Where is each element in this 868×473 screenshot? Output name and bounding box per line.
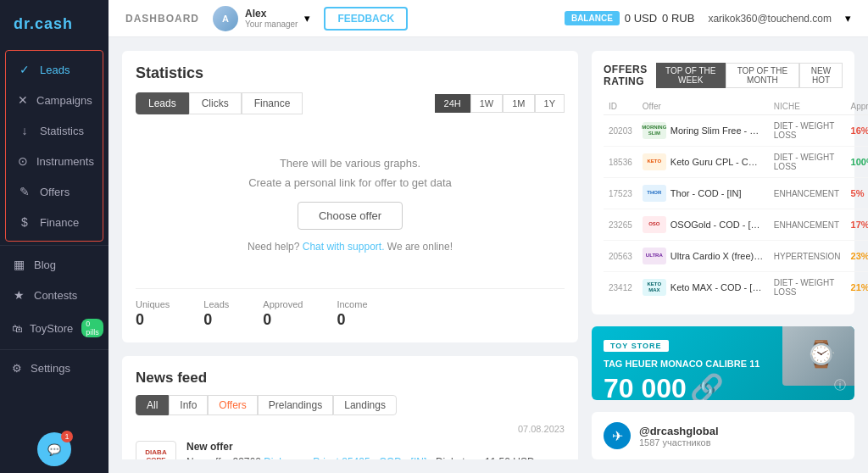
statistics-tabs: Leads Clicks Finance 24H 1W 1M 1Y: [136, 92, 565, 114]
statistics-title: Statistics: [136, 64, 565, 82]
sidebar-item-instruments[interactable]: ⊙ Instruments: [6, 146, 103, 176]
main-area: DASHBOARD A Alex Your manager ▾ FEEDBACK…: [108, 0, 868, 473]
offer-logo: OSO: [643, 216, 666, 233]
metric-leads: Leads 0: [203, 299, 229, 329]
offer-name: OSOGold - COD - [DZ]: [670, 220, 764, 230]
manager-info[interactable]: A Alex Your manager ▾: [213, 6, 310, 31]
info-icon[interactable]: ⓘ: [834, 378, 846, 393]
table-row[interactable]: 23412 KETO MAX Keto MAX - COD - [TR] DIE…: [604, 272, 868, 303]
balance-usd: 0 USD: [625, 12, 657, 25]
offer-niche: ENHANCEMENT: [769, 178, 846, 209]
offer-id: 20563: [604, 241, 637, 272]
telegram-handle: @drcashglobal: [639, 425, 719, 437]
sidebar-item-label: Contests: [34, 289, 77, 302]
offers-table: ID Offer NICHE Approve Payout 20203 MORN…: [604, 98, 868, 303]
tab-leads[interactable]: Leads: [136, 92, 189, 114]
stats-metrics: Uniques 0 Leads 0 Approved 0 Income 0: [136, 288, 565, 329]
col-niche: NICHE: [769, 98, 846, 115]
col-id: ID: [604, 98, 637, 115]
time-tab-1m[interactable]: 1M: [503, 94, 534, 113]
sidebar-item-contests[interactable]: ★ Contests: [0, 280, 108, 310]
contests-icon: ★: [12, 288, 25, 302]
news-tab-info[interactable]: Info: [169, 395, 208, 415]
offer-niche: DIET - WEIGHT LOSS: [769, 272, 846, 303]
offers-rating-card: OFFERS RATING TOP OF THE WEEK TOP OF THE…: [592, 51, 854, 314]
watch-icon: ⌚: [805, 339, 837, 369]
toystore-icon: 🛍: [12, 322, 23, 335]
offer-approve: 17%: [846, 209, 868, 241]
manager-subtitle: Your manager: [245, 19, 298, 29]
tab-finance[interactable]: Finance: [242, 92, 303, 114]
offer-approve: 5%: [846, 178, 868, 209]
offer-logo: MORNING SLIM: [643, 122, 666, 139]
balance-rub: 0 RUB: [662, 12, 694, 25]
sidebar: dr.cash ✓ Leads ✕ Campaigns ↓ Statistics…: [0, 0, 108, 473]
table-row[interactable]: 20203 MORNING SLIM Moring Slim Free - CO…: [604, 115, 868, 147]
filter-tab-week[interactable]: TOP OF THE WEEK: [656, 63, 726, 88]
offer-approve: 16%: [846, 115, 868, 147]
telegram-card[interactable]: ✈ @drcashglobal 1587 участников: [592, 412, 854, 459]
table-row[interactable]: 20563 ULTRA Ultra Cardio X (free) - COD …: [604, 241, 868, 272]
sidebar-item-label: Leads: [40, 64, 70, 76]
offer-id: 20203: [604, 115, 637, 147]
filter-tab-new-hot[interactable]: NEW HOT: [799, 63, 843, 88]
offer-name: Moring Slim Free - COD - [PL]: [670, 125, 764, 136]
toystore-label: ToyStore: [30, 322, 73, 335]
toystore-banner[interactable]: ⌚ TOY STORE TAG HEUER MONACO CALIBRE 11 …: [592, 326, 854, 400]
sidebar-item-offers[interactable]: ✎ Offers: [6, 176, 103, 207]
chat-notification-badge: 1: [61, 431, 73, 442]
sidebar-item-statistics[interactable]: ↓ Statistics: [6, 115, 103, 146]
chat-support-link[interactable]: Chat with support.: [303, 241, 385, 253]
account-chevron-icon[interactable]: ▾: [845, 12, 851, 25]
offer-info: OSO OSOGold - COD - [DZ]: [637, 209, 769, 241]
sidebar-item-finance[interactable]: $ Finance: [6, 207, 103, 237]
offer-logo: KETO: [643, 153, 666, 170]
sidebar-item-campaigns[interactable]: ✕ Campaigns: [6, 85, 103, 115]
time-tab-1y[interactable]: 1Y: [535, 94, 565, 113]
balance-section: BALANCE 0 USD 0 RUB: [565, 11, 694, 25]
news-logo-diabacore: DIABACORE: [136, 441, 176, 459]
offer-approve: 23%: [846, 241, 868, 272]
topbar: DASHBOARD A Alex Your manager ▾ FEEDBACK…: [108, 0, 868, 37]
feedback-button[interactable]: FEEDBACK: [324, 7, 408, 31]
news-tabs: All Info Offers Prelandings Landings: [136, 395, 565, 415]
news-tab-prelandings[interactable]: Prelandings: [258, 395, 333, 415]
sidebar-item-label: Finance: [40, 216, 79, 229]
choose-offer-button[interactable]: Choose offer: [298, 202, 403, 230]
table-row[interactable]: 23265 OSO OSOGold - COD - [DZ] ENHANCEME…: [604, 209, 868, 241]
list-item: DIABACORE New offer New offer 23760 Diab…: [136, 441, 565, 459]
offer-name: Keto Guru CPL - COD - [IN]: [670, 157, 764, 167]
news-tab-landings[interactable]: Landings: [333, 395, 397, 415]
chat-button[interactable]: 💬 1: [37, 432, 71, 466]
offer-info: MORNING SLIM Moring Slim Free - COD - [P…: [637, 115, 769, 147]
sidebar-item-leads[interactable]: ✓ Leads: [6, 54, 103, 85]
manager-details: Alex Your manager: [245, 8, 298, 29]
sidebar-divider: [0, 245, 108, 246]
news-item-title: New offer: [186, 441, 565, 453]
filter-tab-month[interactable]: TOP OF THE MONTH: [726, 63, 799, 88]
time-tab-1w[interactable]: 1W: [470, 94, 504, 113]
content-area: Statistics Leads Clicks Finance 24H 1W 1…: [108, 37, 868, 473]
news-tab-all[interactable]: All: [136, 395, 169, 415]
offer-approve: 21%: [846, 272, 868, 303]
news-items: DIABACORE New offer New offer 23760 Diab…: [136, 441, 565, 459]
offers-rating-header: OFFERS RATING TOP OF THE WEEK TOP OF THE…: [604, 63, 843, 88]
sidebar-item-label: Instruments: [36, 155, 94, 168]
offer-niche: DIET - WEIGHT LOSS: [769, 115, 846, 147]
time-filter-tabs: 24H 1W 1M 1Y: [435, 94, 565, 113]
news-offer-link[interactable]: Diabacore Privat 85425 - COD - [IN]: [264, 456, 426, 459]
offers-filter-tabs: TOP OF THE WEEK TOP OF THE MONTH NEW HOT: [656, 63, 843, 88]
time-tab-24h[interactable]: 24H: [435, 94, 470, 113]
tab-clicks[interactable]: Clicks: [189, 92, 242, 114]
news-tab-offers[interactable]: Offers: [208, 395, 257, 415]
sidebar-item-settings[interactable]: ⚙ Settings: [0, 353, 108, 383]
sidebar-item-blog[interactable]: ▦ Blog: [0, 249, 108, 280]
left-column: Statistics Leads Clicks Finance 24H 1W 1…: [122, 51, 578, 459]
stats-line2: Create a personal link for offer to get …: [153, 173, 548, 192]
table-row[interactable]: 17523 THOR Thor - COD - [IN] ENHANCEMENT…: [604, 178, 868, 209]
sidebar-item-toystore[interactable]: 🛍 ToyStore 0 pills: [0, 310, 108, 346]
toystore-banner-label: TOY STORE: [604, 340, 669, 352]
logo: dr.cash: [0, 0, 108, 47]
sidebar-section-main: ✓ Leads ✕ Campaigns ↓ Statistics ⊙ Instr…: [5, 50, 103, 242]
table-row[interactable]: 18536 KETO Keto Guru CPL - COD - [IN] DI…: [604, 147, 868, 178]
